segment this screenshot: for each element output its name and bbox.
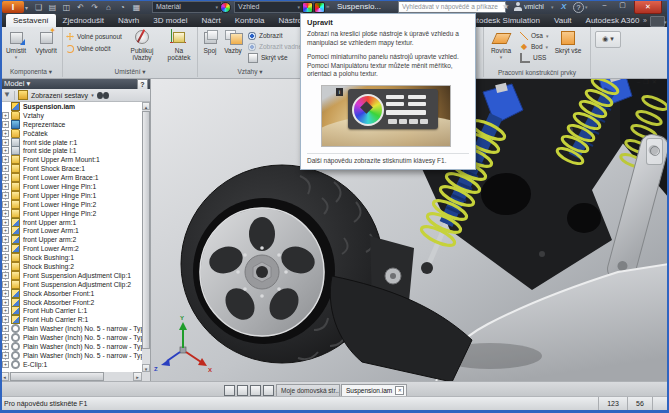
tree-expander[interactable]: +: [2, 210, 9, 217]
show-relationships-button[interactable]: Zobrazit: [248, 30, 282, 41]
tree-expander[interactable]: +: [2, 183, 9, 190]
tree-expander[interactable]: +: [2, 263, 9, 270]
ribbon-tab[interactable]: Návrh: [111, 14, 146, 27]
tree-expander[interactable]: +: [2, 334, 9, 341]
group-label[interactable]: Komponenta ▾: [0, 68, 62, 76]
tree-expander[interactable]: +: [2, 147, 9, 154]
browser-horizontal-scrollbar[interactable]: ◂ ▸: [0, 372, 150, 381]
cascade-windows-icon[interactable]: [224, 385, 235, 396]
axis-button[interactable]: Osa▾: [520, 30, 548, 41]
color-wheel-icon[interactable]: [220, 2, 231, 13]
tree-item[interactable]: + front side plate r:1: [0, 138, 142, 147]
chevron-down-icon[interactable]: ▾: [91, 92, 94, 98]
qat-overflow-icon[interactable]: »: [326, 3, 329, 9]
tree-item[interactable]: + Front Hub Carrier L:1: [0, 306, 142, 315]
show-sick-button[interactable]: Zobrazit vadné: [248, 41, 302, 52]
qat-icon[interactable]: ❏: [33, 2, 44, 13]
free-rotate-button[interactable]: Volné otočit: [66, 43, 111, 54]
close-button[interactable]: ✕: [634, 0, 662, 14]
tree-expander[interactable]: +: [2, 343, 9, 350]
tree-item[interactable]: + Vztahy: [0, 111, 142, 120]
tree-expander[interactable]: +: [2, 352, 9, 359]
tree-item[interactable]: + Front Lower Arm Brace:1: [0, 173, 142, 182]
tree-item[interactable]: + Front Upper Arm Mount:1: [0, 155, 142, 164]
joint-button[interactable]: Spoj: [199, 29, 221, 54]
browser-header[interactable]: Model ▾ ?: [0, 78, 150, 89]
tree-item[interactable]: + Front Upper Hinge Pin:1: [0, 191, 142, 200]
maximize-button[interactable]: ▢: [614, 0, 631, 11]
qat-icon[interactable]: ↷: [89, 2, 100, 13]
tree-expander[interactable]: +: [2, 307, 9, 314]
arrange-windows-icon[interactable]: [250, 385, 261, 396]
point-button[interactable]: ◆ Bod▾: [520, 41, 548, 52]
visual-style-dropdown[interactable]: ◉ ▾: [595, 31, 621, 48]
tree-expander[interactable]: +: [2, 227, 9, 234]
group-label[interactable]: Vztahy ▾: [198, 68, 302, 76]
tree-expander[interactable]: +: [2, 201, 9, 208]
search-binoculars-icon[interactable]: [97, 92, 109, 99]
tree-expander[interactable]: +: [2, 121, 9, 128]
tree-item[interactable]: + Shock Absorber Front:2: [0, 298, 142, 307]
view-mode-selector[interactable]: Zobrazení sestavy: [31, 92, 88, 99]
help-dropdown-icon[interactable]: ▾: [585, 4, 588, 10]
publish-imates-button[interactable]: Publikuj iVazby: [123, 29, 161, 61]
tree-item[interactable]: + E-Clip:1: [0, 360, 142, 369]
tree-expander[interactable]: +: [2, 272, 9, 279]
tree-item[interactable]: + Plain Washer (Inch) No. 5 - narrow - T…: [0, 351, 142, 360]
tree-expander[interactable]: +: [2, 219, 9, 226]
hide-all-button[interactable]: Skrýt vše: [248, 52, 288, 63]
user-dropdown-icon[interactable]: ▾: [551, 4, 554, 10]
group-label[interactable]: Pracovní konstrukční prvky: [484, 69, 590, 76]
ucs-button[interactable]: USS: [520, 52, 546, 63]
tree-expander[interactable]: +: [2, 361, 9, 368]
tree-expander[interactable]: +: [2, 130, 9, 137]
help-search-input[interactable]: Vyhledávat v nápovědě a příkaze: [398, 1, 506, 13]
help-icon[interactable]: ?: [573, 2, 584, 13]
tree-expander[interactable]: +: [2, 290, 9, 297]
tree-expander[interactable]: +: [2, 192, 9, 199]
qat-icon[interactable]: ↶: [75, 2, 86, 13]
qat-icon[interactable]: ◫: [61, 2, 72, 13]
tree-expander[interactable]: +: [2, 325, 9, 332]
group-label[interactable]: Umístění ▾: [63, 68, 197, 76]
doc-restore-button[interactable]: ❐: [643, 79, 648, 86]
app-logo-icon[interactable]: I: [2, 1, 24, 13]
tree-item[interactable]: + Front Upper Hinge Pin:2: [0, 209, 142, 218]
tree-item[interactable]: + Front Suspension Adjustment Clip:2: [0, 280, 142, 289]
tree-item[interactable]: + Front Shock Brace:1: [0, 164, 142, 173]
doc-tab-suspension[interactable]: Suspension.iam✕: [341, 384, 407, 396]
constrain-button[interactable]: Vazby: [222, 29, 244, 54]
tree-expander[interactable]: +: [2, 316, 9, 323]
at-origin-button[interactable]: Na počátek: [163, 29, 195, 61]
qat-icon[interactable]: ⌂: [103, 2, 114, 13]
tree-expander[interactable]: +: [2, 112, 9, 119]
tree-item[interactable]: + Front Suspension Adjustment Clip:1: [0, 271, 142, 280]
tree-item[interactable]: + Front Hub Carrier R:1: [0, 315, 142, 324]
logo-dropdown-icon[interactable]: ▾: [25, 4, 28, 11]
tree-item[interactable]: + Shock Absorber Front:1: [0, 289, 142, 298]
tree-item[interactable]: + Plain Washer (Inch) No. 5 - narrow - T…: [0, 342, 142, 351]
tab-close-icon[interactable]: ✕: [395, 386, 404, 395]
tree-item[interactable]: Suspension.iam: [0, 102, 142, 111]
tree-expander[interactable]: +: [2, 245, 9, 252]
ribbon-tab[interactable]: 3D model: [146, 14, 194, 27]
hide-all-workfeatures-button[interactable]: Skrýt vše: [552, 29, 584, 54]
tree-expander[interactable]: +: [2, 254, 9, 261]
doc-tab-home[interactable]: Moje domovská str..: [276, 384, 340, 396]
tree-item[interactable]: + Shock Bushing:2: [0, 262, 142, 271]
tree-expander[interactable]: +: [2, 156, 9, 163]
tree-item[interactable]: + Front Lower Hinge Pin:2: [0, 200, 142, 209]
tree-expander[interactable]: +: [2, 236, 9, 243]
tree-item[interactable]: + front side plate l:1: [0, 146, 142, 155]
tree-item[interactable]: + front Upper arm:2: [0, 235, 142, 244]
free-move-button[interactable]: Volné posunout: [66, 31, 122, 42]
ribbon-tab[interactable]: Vault: [547, 14, 579, 27]
ribbon-tab[interactable]: Náčrt: [195, 14, 228, 27]
switch-windows-icon[interactable]: [263, 385, 274, 396]
qat-icon[interactable]: ◔: [117, 2, 128, 13]
doc-minimize-button[interactable]: –: [637, 79, 640, 86]
tree-item[interactable]: + Shock Bushing:1: [0, 253, 142, 262]
tree-item[interactable]: + Plain Washer (Inch) No. 5 - narrow - T…: [0, 333, 142, 342]
browser-vertical-scrollbar[interactable]: ▴ ▾: [142, 102, 150, 372]
tree-expander[interactable]: +: [2, 174, 9, 181]
